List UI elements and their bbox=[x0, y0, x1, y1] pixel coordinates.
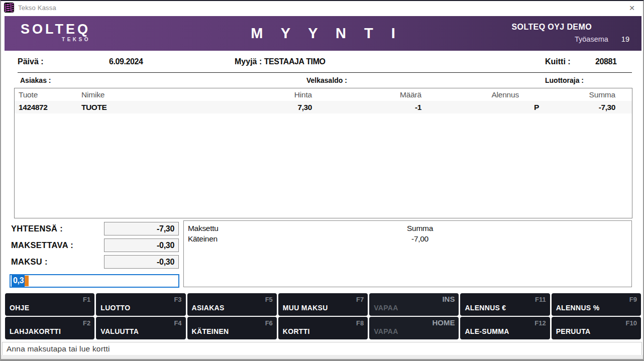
window-title: Tekso Kassa bbox=[18, 4, 56, 12]
debt-balance-label: Velkasaldo : bbox=[306, 76, 347, 84]
seller-field: Myyjä : TESTAAJA TIMO bbox=[235, 57, 326, 66]
company-name: SOLTEQ OYJ DEMO bbox=[512, 23, 592, 32]
fkey-alennus-euro[interactable]: ALENNUS € F11 bbox=[460, 293, 550, 316]
payment-method: Käteinen bbox=[188, 233, 218, 244]
payment-sum: -7,00 bbox=[395, 233, 445, 244]
col-header-sum: Summa bbox=[562, 88, 615, 101]
payment-amount-input[interactable]: 0,3 bbox=[10, 274, 179, 288]
fkey-lahjakortti[interactable]: LAHJAKORTTI F2 bbox=[5, 317, 94, 339]
bottom-strip bbox=[1, 355, 643, 360]
row-price: 7,30 bbox=[266, 101, 312, 113]
fkey-vapaa-ins: VAPAA INS bbox=[369, 293, 459, 316]
col-header-discount: Alennus bbox=[457, 88, 519, 101]
text-cursor bbox=[25, 276, 29, 286]
items-table-header: Tuote Nimike Hinta Määrä Alennus Summa bbox=[15, 88, 632, 101]
workstation-info: Työasema19 bbox=[575, 35, 629, 43]
fkey-ohje[interactable]: OHJE F1 bbox=[5, 293, 94, 316]
sum-header: Summa bbox=[395, 223, 445, 233]
fkey-ale-summa[interactable]: ALE-SUMMA F12 bbox=[460, 317, 550, 339]
row-product-name: TUOTE bbox=[81, 101, 107, 113]
col-header-product: Tuote bbox=[19, 88, 38, 101]
header-divider bbox=[18, 72, 632, 73]
row-sum: -7,30 bbox=[562, 101, 615, 113]
col-header-price: Hinta bbox=[266, 88, 312, 101]
payment-row: Käteinen -7,00 bbox=[184, 233, 631, 244]
date-label: Päivä : bbox=[18, 57, 44, 66]
customer-label: Asiakas : bbox=[20, 76, 51, 84]
col-header-quantity: Määrä bbox=[366, 88, 421, 101]
fkey-kateinen[interactable]: KÄTEINEN F6 bbox=[187, 317, 277, 339]
fkey-asiakas[interactable]: ASIAKAS F5 bbox=[187, 293, 277, 316]
app-window: Tekso Kassa × SOLTEQ TEKSO M Y Y N T I S… bbox=[0, 0, 644, 361]
payments-header-row: Maksettu Summa bbox=[184, 223, 631, 233]
seller-label: Myyjä : bbox=[235, 57, 262, 66]
fkey-vapaa-home: VAPAA HOME bbox=[369, 317, 459, 339]
credit-limit-label: Luottoraja : bbox=[545, 76, 584, 84]
items-table: Tuote Nimike Hinta Määrä Alennus Summa 1… bbox=[14, 88, 632, 218]
paid-header: Maksettu bbox=[188, 223, 219, 233]
receipt-label: Kuitti : bbox=[545, 57, 571, 66]
row-quantity: -1 bbox=[366, 101, 421, 113]
fkeys-row-2: LAHJAKORTTI F2 VALUUTTA F4 KÄTEINEN F6 K… bbox=[5, 317, 641, 339]
fkey-luotto[interactable]: LUOTTO F3 bbox=[96, 293, 185, 316]
fkey-alennus-pct[interactable]: ALENNUS % F9 bbox=[552, 293, 641, 316]
total-value: -7,30 bbox=[104, 222, 179, 235]
selected-input-text: 0,3 bbox=[12, 275, 25, 287]
main-header: SOLTEQ TEKSO M Y Y N T I SOLTEQ OYJ DEMO… bbox=[5, 16, 641, 51]
total-label: YHTEENSÄ : bbox=[11, 224, 63, 233]
titlebar: Tekso Kassa × bbox=[1, 1, 643, 15]
payable-label: MAKSETTAVA : bbox=[11, 240, 73, 250]
close-icon[interactable]: × bbox=[626, 2, 638, 14]
fkey-kortti[interactable]: KORTTI F8 bbox=[278, 317, 368, 339]
receipt-number: 20881 bbox=[595, 57, 617, 66]
seller-value: TESTAAJA TIMO bbox=[264, 57, 326, 66]
workstation-label: Työasema bbox=[575, 35, 608, 43]
payments-panel: Maksettu Summa Käteinen -7,00 bbox=[183, 220, 632, 287]
payment-label: MAKSU : bbox=[11, 257, 48, 267]
fkey-valuutta[interactable]: VALUUTTA F4 bbox=[96, 317, 185, 339]
payment-value: -0,30 bbox=[104, 255, 179, 269]
fkeys-row-1: OHJE F1 LUOTTO F3 ASIAKAS F5 MUU MAKSU F… bbox=[5, 293, 641, 316]
table-row[interactable]: 1424872 TUOTE 7,30 -1 P -7,30 bbox=[15, 101, 632, 113]
fkey-muu-maksu[interactable]: MUU MAKSU F7 bbox=[278, 293, 368, 316]
col-header-name: Nimike bbox=[81, 88, 104, 101]
date-value: 6.09.2024 bbox=[109, 57, 143, 66]
fkey-peruuta[interactable]: PERUUTA F10 bbox=[552, 317, 641, 339]
app-logo-icon bbox=[4, 3, 14, 13]
payable-value: -0,30 bbox=[104, 238, 179, 252]
status-message: Anna maksutapa tai lue kortti bbox=[2, 342, 642, 356]
row-discount: P bbox=[457, 101, 539, 113]
workstation-number: 19 bbox=[621, 35, 629, 43]
row-product-code: 1424872 bbox=[19, 101, 48, 113]
